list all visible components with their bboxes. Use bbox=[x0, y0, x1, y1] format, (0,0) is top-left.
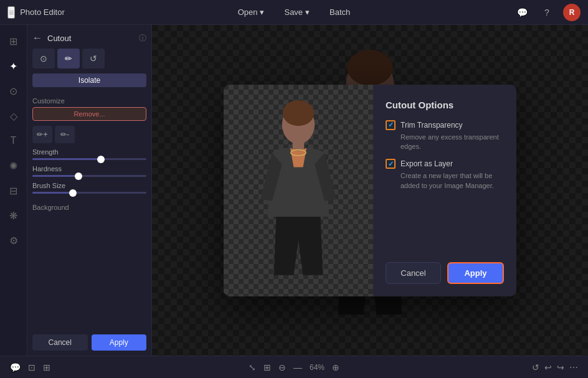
icon-sidebar: ⊞ ✦ ⊙ ◇ T ✺ ⊟ ❋ ⚙ bbox=[0, 25, 27, 356]
modal-container: Cutout Options Trim Transparency Remove … bbox=[224, 85, 516, 296]
hardness-slider: Hardness bbox=[32, 165, 146, 177]
bottom-left-tools: 💬 ⊡ ⊞ bbox=[10, 362, 50, 372]
modal-overlay: Cutout Options Trim Transparency Remove … bbox=[152, 25, 588, 356]
strength-label: Strength bbox=[32, 148, 146, 156]
brush-add-button[interactable]: ✏+ bbox=[32, 126, 52, 143]
panel-header: ← Cutout ⓘ bbox=[32, 30, 146, 49]
remove-button[interactable]: Remove... bbox=[32, 107, 146, 121]
rotate-left-icon[interactable]: ↺ bbox=[532, 362, 539, 372]
menu-icon[interactable]: ≡ bbox=[7, 6, 15, 19]
canvas-area: Cutout Options Trim Transparency Remove … bbox=[152, 25, 588, 356]
sidebar-icon-adjust[interactable]: ⊙ bbox=[2, 80, 25, 102]
sidebar-icon-shape[interactable]: ◇ bbox=[2, 105, 25, 127]
fit-icon[interactable]: ⤡ bbox=[249, 362, 256, 372]
modal-apply-button[interactable]: Apply bbox=[447, 262, 504, 284]
top-bar: ≡ Photo Editor Open ▾ Save ▾ Batch 💬 ? R bbox=[0, 0, 588, 25]
trim-transparency-checkbox[interactable] bbox=[386, 120, 396, 130]
more-icon[interactable]: ⋯ bbox=[569, 362, 578, 372]
panel-title: Cutout bbox=[47, 34, 134, 43]
sidebar-icon-settings[interactable]: ⚙ bbox=[2, 229, 25, 252]
open-button[interactable]: Open ▾ bbox=[233, 5, 270, 19]
brush-controls: ✏+ ✏- bbox=[32, 126, 146, 143]
panel-cancel-button[interactable]: Cancel bbox=[32, 334, 88, 351]
isolate-button[interactable]: Isolate bbox=[32, 73, 146, 87]
topbar-left: ≡ Photo Editor bbox=[7, 6, 65, 19]
modal-person-preview bbox=[249, 100, 348, 281]
brush-size-label: Brush Size bbox=[32, 182, 146, 189]
export-layer-checkbox[interactable] bbox=[386, 159, 396, 169]
save-button[interactable]: Save ▾ bbox=[279, 5, 315, 19]
minus-line-icon[interactable]: — bbox=[293, 362, 302, 372]
brush-size-slider: Brush Size bbox=[32, 182, 146, 194]
main-layout: ⊞ ✦ ⊙ ◇ T ✺ ⊟ ❋ ⚙ ← Cutout ⓘ ⊙ ✏ ↺ Isola… bbox=[0, 25, 588, 356]
topbar-center: Open ▾ Save ▾ Batch bbox=[233, 5, 356, 19]
grid-view-icon[interactable]: ⊞ bbox=[43, 362, 50, 372]
option-trim-transparency: Trim Transparency Remove any excess tran… bbox=[386, 120, 504, 152]
bottom-right-tools: ↺ ↩ ↪ ⋯ bbox=[532, 362, 578, 372]
sidebar-icon-layers[interactable]: ⊞ bbox=[2, 30, 25, 52]
undo-icon[interactable]: ↩ bbox=[544, 362, 552, 372]
option-export-layer: Export as Layer Create a new layer that … bbox=[386, 159, 504, 191]
modal-actions: Cancel Apply bbox=[386, 250, 504, 284]
plus-circle-icon[interactable]: ⊕ bbox=[332, 362, 339, 372]
modal-cancel-button[interactable]: Cancel bbox=[386, 262, 441, 284]
crop-icon[interactable]: ⊞ bbox=[263, 362, 271, 372]
panel-actions: Cancel Apply bbox=[32, 334, 146, 351]
left-panel: ← Cutout ⓘ ⊙ ✏ ↺ Isolate Customize Remov… bbox=[27, 25, 152, 356]
tab-instagram[interactable]: ⊙ bbox=[32, 49, 55, 69]
zoom-level: 64% bbox=[310, 363, 325, 372]
brush-remove-button[interactable]: ✏- bbox=[55, 126, 75, 143]
chat-icon[interactable]: 💬 bbox=[513, 4, 531, 21]
redo-icon[interactable]: ↪ bbox=[557, 362, 564, 372]
modal-title: Cutout Options bbox=[386, 100, 504, 110]
speech-bubble-icon[interactable]: 💬 bbox=[10, 362, 21, 372]
hardness-label: Hardness bbox=[32, 165, 146, 172]
strength-slider: Strength bbox=[32, 148, 146, 160]
batch-button[interactable]: Batch bbox=[325, 5, 355, 19]
panel-apply-button[interactable]: Apply bbox=[92, 334, 147, 351]
layout-icon[interactable]: ⊡ bbox=[28, 362, 36, 372]
sidebar-icon-assets[interactable]: ❋ bbox=[2, 204, 25, 227]
trim-transparency-label: Trim Transparency bbox=[401, 121, 463, 130]
back-button[interactable]: ← bbox=[32, 32, 42, 44]
export-layer-desc: Create a new layer that will be added to… bbox=[401, 171, 504, 191]
tab-refresh[interactable]: ↺ bbox=[82, 49, 105, 69]
tab-brush[interactable]: ✏ bbox=[57, 49, 80, 69]
modal-image-panel bbox=[224, 85, 373, 296]
modal-options-panel: Cutout Options Trim Transparency Remove … bbox=[373, 85, 516, 296]
help-icon[interactable]: ? bbox=[538, 4, 556, 21]
export-layer-label: Export as Layer bbox=[401, 159, 453, 168]
trim-transparency-desc: Remove any excess transparent edges. bbox=[401, 133, 504, 152]
minus-circle-icon[interactable]: ⊖ bbox=[278, 362, 286, 372]
background-label: Background bbox=[32, 204, 146, 211]
topbar-right: 💬 ? R bbox=[513, 4, 581, 21]
sidebar-icon-effects[interactable]: ✺ bbox=[2, 154, 25, 177]
bottom-center-tools: ⤡ ⊞ ⊖ — 64% ⊕ bbox=[249, 362, 339, 372]
customize-label: Customize bbox=[32, 97, 146, 105]
app-title: Photo Editor bbox=[20, 7, 65, 17]
svg-point-5 bbox=[283, 100, 315, 126]
sidebar-icon-text[interactable]: T bbox=[2, 130, 25, 152]
info-icon[interactable]: ⓘ bbox=[139, 33, 146, 44]
avatar[interactable]: R bbox=[563, 4, 581, 21]
sidebar-icon-edit[interactable]: ✦ bbox=[2, 55, 25, 77]
tool-tabs: ⊙ ✏ ↺ bbox=[32, 49, 146, 69]
sidebar-icon-grid[interactable]: ⊟ bbox=[2, 179, 25, 202]
bottom-toolbar: 💬 ⊡ ⊞ ⤡ ⊞ ⊖ — 64% ⊕ ↺ ↩ ↪ ⋯ bbox=[0, 356, 588, 378]
